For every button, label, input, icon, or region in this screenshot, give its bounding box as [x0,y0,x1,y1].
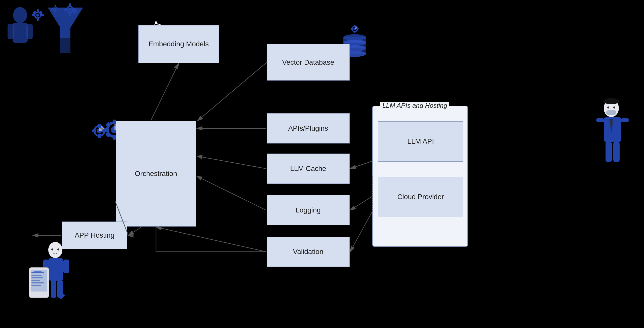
svg-rect-87 [63,260,69,273]
vector-database-box: Vector Database [267,44,350,81]
vector-database-label: Vector Database [282,58,334,66]
orchestration-box: Orchestration [116,121,196,227]
svg-rect-7 [37,18,38,21]
svg-point-27 [73,11,75,12]
app-hosting-label: APP Hosting [75,231,114,239]
llm-cache-label: LLM Cache [290,165,326,173]
svg-point-74 [603,98,619,104]
cloud-provider-box: Cloud Provider [378,177,463,217]
svg-point-15 [55,8,56,10]
svg-line-39 [156,23,160,25]
svg-point-106 [57,248,59,250]
svg-rect-80 [613,142,620,162]
svg-rect-57 [98,134,101,138]
svg-rect-18 [51,8,53,10]
svg-rect-9 [41,14,44,16]
llm-api-box: LLM API [378,121,463,162]
svg-rect-16 [55,5,56,7]
svg-rect-56 [98,124,101,128]
svg-rect-2 [8,24,14,39]
svg-rect-93 [31,275,42,276]
validation-label: Validation [293,248,324,256]
llm-apis-title: LLM APIs and Hosting [380,102,449,110]
svg-rect-59 [102,129,106,132]
svg-rect-103 [58,295,59,296]
svg-rect-6 [37,9,38,12]
svg-rect-104 [63,295,65,296]
svg-point-5 [36,14,39,17]
svg-point-105 [51,248,53,250]
svg-rect-102 [60,297,62,299]
svg-marker-13 [48,8,83,38]
apis-plugins-box: APIs/Plugins [267,113,350,143]
llm-api-label: LLM API [407,137,434,145]
svg-point-21 [68,8,72,11]
svg-rect-85 [48,258,63,281]
svg-rect-24 [64,9,67,11]
svg-rect-65 [356,28,358,30]
orchestration-label: Orchestration [135,170,177,178]
svg-rect-31 [76,11,77,12]
svg-rect-28 [74,8,75,10]
svg-rect-22 [69,4,71,7]
svg-rect-101 [60,292,62,294]
svg-rect-8 [32,14,35,16]
validation-box: Validation [267,237,350,267]
svg-rect-62 [354,25,355,27]
svg-rect-64 [351,28,353,30]
svg-point-0 [13,7,27,23]
svg-line-112 [156,227,266,252]
svg-rect-94 [31,277,43,278]
logging-label: Logging [296,206,321,214]
svg-rect-78 [621,118,629,122]
svg-rect-29 [74,13,75,15]
svg-rect-96 [31,282,44,283]
embedding-models-label: Embedding Models [148,40,209,48]
svg-line-110 [197,156,266,169]
svg-rect-83 [606,110,616,115]
svg-rect-79 [606,142,612,162]
svg-rect-88 [51,280,56,298]
svg-line-111 [197,176,266,210]
svg-line-118 [128,227,142,235]
svg-rect-19 [58,8,60,10]
app-hosting-box: APP Hosting [62,222,127,249]
svg-rect-3 [26,24,33,39]
svg-rect-23 [69,13,71,16]
svg-line-115 [350,211,372,252]
svg-point-100 [60,294,62,297]
llm-cache-box: LLM Cache [267,154,350,184]
logging-box: Logging [267,195,350,225]
svg-line-113 [350,161,372,169]
llm-apis-hosting-outer: LLM APIs and Hosting LLM API Cloud Provi… [372,106,468,247]
svg-rect-30 [71,11,73,12]
svg-rect-63 [354,31,355,33]
svg-rect-95 [31,280,40,281]
svg-line-114 [350,196,372,210]
svg-rect-98 [34,271,42,273]
svg-point-82 [613,106,615,108]
svg-line-120 [151,63,179,120]
cloud-provider-label: Cloud Provider [397,193,444,201]
person-right-illustration [594,96,639,176]
diagram-container: Embedding Models Vector Database Orchest… [0,0,644,328]
svg-rect-17 [55,11,56,13]
svg-point-84 [48,242,62,258]
svg-rect-77 [596,118,604,122]
svg-rect-1 [13,23,28,43]
funnel-illustration [45,3,86,63]
svg-rect-58 [92,129,96,132]
embedding-models-box: Embedding Models [138,25,219,63]
svg-point-81 [607,106,609,108]
svg-rect-97 [31,285,41,286]
svg-line-121 [197,62,267,121]
apis-plugins-label: APIs/Plugins [288,124,328,132]
